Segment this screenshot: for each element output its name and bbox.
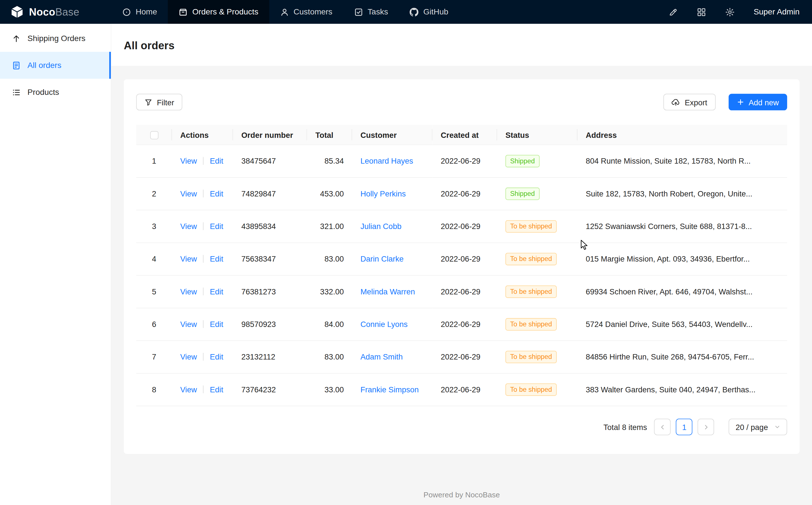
action-divider: [203, 353, 204, 361]
column-header-customer: Customer: [352, 125, 433, 145]
logo[interactable]: NocoBase: [0, 0, 111, 24]
table-row: 5 ViewEdit 76381273 332.00 Melinda Warre…: [136, 276, 787, 308]
export-button-label: Export: [685, 98, 707, 107]
logo-base: Base: [55, 6, 79, 17]
edit-link[interactable]: Edit: [210, 255, 223, 263]
edit-link[interactable]: Edit: [210, 157, 223, 165]
sidebar-item-shipping-orders[interactable]: Shipping Orders: [0, 25, 111, 52]
powered-by: Powered by NocoBase: [111, 491, 812, 499]
total-cell: 321.00: [307, 210, 352, 242]
nav-item-home[interactable]: Home: [111, 0, 168, 24]
customer-link[interactable]: Connie Lyons: [360, 320, 408, 328]
customer-link[interactable]: Melinda Warren: [360, 287, 415, 296]
select-all-checkbox[interactable]: [150, 131, 158, 139]
nav-item-github[interactable]: GitHub: [399, 0, 459, 24]
chevron-left-icon: [659, 424, 666, 430]
logo-wordmark: NocoBase: [29, 6, 79, 18]
home-icon: [122, 8, 131, 16]
filter-button[interactable]: Filter: [136, 94, 183, 111]
customer-link[interactable]: Darin Clarke: [360, 255, 404, 263]
customer-cell: Connie Lyons: [352, 308, 433, 341]
edit-link[interactable]: Edit: [210, 385, 223, 394]
export-button[interactable]: Export: [663, 94, 716, 111]
sidebar-label-products: Products: [27, 88, 59, 97]
nav-item-orders-products[interactable]: Orders & Products: [168, 0, 269, 24]
customer-link[interactable]: Leonard Hayes: [360, 157, 413, 165]
page-title: All orders: [123, 39, 800, 52]
edit-link[interactable]: Edit: [210, 222, 223, 230]
actions-cell: ViewEdit: [172, 177, 233, 210]
customer-cell: Leonard Hayes: [352, 145, 433, 177]
customer-link[interactable]: Holly Perkins: [360, 189, 406, 198]
created-at-cell: 2022-06-29: [432, 210, 497, 242]
nav-item-tasks[interactable]: Tasks: [343, 0, 399, 24]
row-select-cell: 7: [136, 341, 172, 373]
total-cell: 453.00: [307, 177, 352, 210]
edit-link[interactable]: Edit: [210, 352, 223, 361]
settings-button[interactable]: [725, 7, 735, 17]
status-badge: Shipped: [505, 155, 539, 167]
status-badge: To be shipped: [505, 318, 556, 331]
sidebar-item-all-orders[interactable]: All orders: [0, 52, 111, 79]
status-badge: To be shipped: [505, 383, 556, 396]
view-link[interactable]: View: [180, 189, 197, 198]
edit-link[interactable]: Edit: [210, 189, 223, 198]
customer-cell: Julian Cobb: [352, 210, 433, 242]
pagination-next-button[interactable]: [698, 419, 715, 436]
page-size-select[interactable]: 20 / page: [729, 419, 787, 436]
pagination: Total 8 items 1 20 / page: [136, 419, 787, 436]
total-cell: 33.00: [307, 373, 352, 406]
customer-link[interactable]: Frankie Simpson: [360, 385, 419, 394]
user-menu[interactable]: Super Admin: [754, 7, 800, 17]
table-row: 8 ViewEdit 73764232 33.00 Frankie Simpso…: [136, 373, 787, 406]
add-new-button[interactable]: Add new: [729, 94, 787, 111]
nav-item-customers[interactable]: Customers: [269, 0, 343, 24]
table-header-row: Actions Order number Total Customer Crea…: [136, 125, 787, 145]
tasks-icon: [354, 8, 363, 16]
sidebar-label-shipping-orders: Shipping Orders: [27, 34, 85, 43]
order-number-cell: 76381273: [233, 276, 307, 308]
pagination-total: Total 8 items: [603, 423, 647, 432]
pagination-page-1[interactable]: 1: [676, 419, 693, 436]
row-index: 3: [152, 222, 156, 230]
view-link[interactable]: View: [180, 320, 197, 328]
order-number-cell: 74829847: [233, 177, 307, 210]
action-divider: [203, 157, 204, 165]
view-link[interactable]: View: [180, 287, 197, 296]
main-nav: Home Orders & Products Customers Tasks: [111, 0, 459, 24]
action-divider: [203, 288, 204, 295]
topbar: NocoBase Home Orders & Products Customer…: [0, 0, 812, 24]
export-cloud-icon: [672, 98, 680, 106]
column-header-created-at: Created at: [432, 125, 497, 145]
customer-link[interactable]: Julian Cobb: [360, 222, 401, 230]
status-cell: To be shipped: [497, 210, 577, 242]
view-link[interactable]: View: [180, 157, 197, 165]
view-link[interactable]: View: [180, 255, 197, 263]
address-cell: 383 Walter Gardens, Suite 040, 24947, Be…: [577, 373, 787, 406]
sidebar-item-products[interactable]: Products: [0, 79, 111, 106]
plugins-grid-icon: [697, 7, 707, 17]
view-link[interactable]: View: [180, 222, 197, 230]
ui-editor-button[interactable]: [668, 7, 678, 17]
total-cell: 332.00: [307, 276, 352, 308]
view-link[interactable]: View: [180, 352, 197, 361]
view-link[interactable]: View: [180, 385, 197, 394]
row-index: 4: [152, 255, 156, 263]
row-index: 6: [152, 320, 156, 328]
orders-products-icon: [179, 8, 188, 16]
created-at-cell: 2022-06-29: [432, 373, 497, 406]
created-at-cell: 2022-06-29: [432, 177, 497, 210]
edit-link[interactable]: Edit: [210, 287, 223, 296]
table-row: 6 ViewEdit 98570923 84.00 Connie Lyons 2…: [136, 308, 787, 341]
status-cell: To be shipped: [497, 341, 577, 373]
action-divider: [203, 320, 204, 328]
status-badge: To be shipped: [505, 220, 556, 233]
arrow-up-icon: [12, 34, 21, 43]
address-cell: 015 Margie Mission, Apt. 093, 34936, Ebe…: [577, 243, 787, 276]
customer-link[interactable]: Adam Smith: [360, 352, 403, 361]
filter-icon: [145, 98, 152, 106]
edit-link[interactable]: Edit: [210, 320, 223, 328]
status-cell: Shipped: [497, 145, 577, 177]
pagination-prev-button[interactable]: [654, 419, 671, 436]
plugins-button[interactable]: [697, 7, 707, 17]
